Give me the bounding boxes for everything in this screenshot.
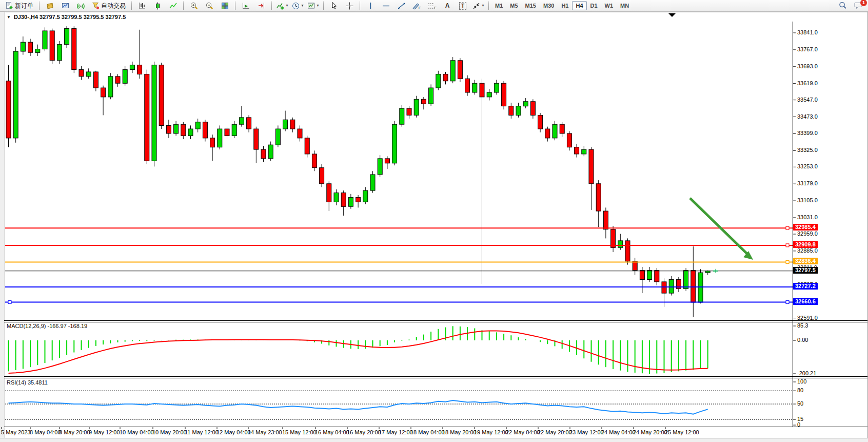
auto-scroll-button[interactable]	[238, 0, 253, 12]
chart-shift-button[interactable]	[253, 0, 269, 12]
zoom-in-button[interactable]	[186, 0, 202, 12]
timeframe-h1-button[interactable]: H1	[558, 1, 572, 10]
bull-candle	[553, 124, 557, 138]
bear-candle	[465, 79, 470, 92]
cursor-button[interactable]	[326, 0, 342, 12]
fibonacci-button[interactable]: F	[424, 0, 440, 12]
candlestick-chart-button[interactable]	[150, 0, 165, 12]
timeframe-h4-button[interactable]: H4	[572, 1, 586, 10]
bear-candle	[137, 65, 142, 74]
market-watch-button[interactable]	[42, 0, 57, 12]
timeframe-m5-button[interactable]: M5	[506, 1, 521, 10]
toolbar-separator	[271, 2, 272, 10]
vertical-line-button[interactable]	[363, 0, 378, 12]
line-handle[interactable]	[786, 260, 789, 263]
line-handle[interactable]	[786, 226, 789, 229]
add-indicator-button[interactable]: ▾	[274, 0, 290, 12]
chart-title: ▼ DJ30-,H4 32797.5 32799.5 32795.5 32797…	[7, 14, 126, 20]
trendline-button[interactable]	[393, 0, 409, 12]
autotrading-button[interactable]: 自动交易	[88, 0, 129, 12]
bear-candle	[530, 102, 535, 116]
bull-candle	[363, 190, 368, 202]
chart-menu-arrow-icon[interactable]: ▼	[7, 15, 11, 20]
label-tool-label: T	[459, 2, 466, 10]
chevron-down-icon[interactable]: ▾	[286, 4, 288, 8]
notifications-button[interactable]: 1	[851, 0, 866, 12]
timeframe-m15-button[interactable]: M15	[522, 1, 540, 10]
data-window-button[interactable]	[57, 0, 73, 12]
horizontal-line-button[interactable]	[378, 0, 393, 12]
zoom-out-button[interactable]	[202, 0, 217, 12]
zoom-out-icon	[205, 2, 214, 10]
channel-sub-label: E	[419, 6, 421, 10]
text-tool-button[interactable]: A	[440, 0, 455, 12]
bull-candle	[43, 31, 47, 49]
line-handle[interactable]	[786, 301, 789, 304]
bull-candle	[232, 124, 236, 136]
bear-candle	[115, 76, 120, 83]
vertical-line-icon	[366, 2, 375, 10]
template-button[interactable]: ▾	[305, 0, 321, 12]
crosshair-button[interactable]	[342, 0, 357, 12]
signals-button[interactable]	[73, 0, 88, 12]
bear-candle	[603, 211, 608, 229]
label-tool-button[interactable]: T	[455, 0, 470, 12]
timeframe-mn-button[interactable]: MN	[617, 1, 633, 10]
bear-candle	[356, 197, 361, 202]
text-tool-label: A	[445, 2, 450, 9]
bear-candle	[290, 120, 295, 129]
bull-candle	[647, 271, 652, 280]
timeframe-m1-button[interactable]: M1	[491, 1, 506, 10]
chevron-down-icon[interactable]: ▾	[317, 4, 319, 8]
bear-candle	[341, 193, 346, 207]
line-chart-button[interactable]	[165, 0, 181, 12]
bull-candle	[65, 29, 69, 45]
search-icon	[838, 1, 847, 10]
bear-candle	[560, 124, 564, 133]
bear-candle	[93, 72, 98, 88]
new-order-button[interactable]: 新订单	[2, 0, 36, 12]
search-button[interactable]	[835, 0, 851, 12]
bar-chart-button[interactable]	[134, 0, 150, 12]
trendline-icon	[397, 2, 406, 10]
bear-candle	[6, 81, 11, 138]
chart-canvas[interactable]	[0, 0, 868, 442]
tile-windows-button[interactable]	[217, 0, 232, 12]
bear-candle	[691, 271, 696, 302]
bull-candle	[239, 118, 244, 124]
toolbar-separator	[131, 2, 132, 10]
bear-candle	[509, 106, 514, 116]
channel-button[interactable]: E	[409, 0, 424, 12]
clock-icon	[291, 2, 300, 10]
toolbar-separator	[235, 2, 235, 10]
bear-candle	[575, 147, 579, 154]
timeframe-m30-button[interactable]: M30	[540, 1, 558, 10]
bull-candle	[130, 65, 134, 70]
timeframe-d1-button[interactable]: D1	[587, 1, 601, 10]
bear-candle	[538, 115, 543, 129]
bear-candle	[254, 129, 259, 149]
period-menu-button[interactable]: ▾	[290, 0, 305, 12]
toolbar-separator	[360, 2, 360, 10]
chart-shift-marker-icon[interactable]	[668, 13, 676, 17]
chart-title-text: DJ30-,H4 32797.5 32799.5 32795.5 32797.5	[14, 14, 126, 20]
bear-candle	[312, 154, 317, 168]
bull-candle	[494, 83, 499, 92]
bull-candle	[275, 129, 280, 145]
timeframe-w1-button[interactable]: W1	[601, 1, 617, 10]
new-order-label: 新订单	[15, 2, 33, 10]
shapes-button[interactable]: ▾	[470, 0, 486, 12]
bull-candle	[57, 45, 62, 61]
line-handle[interactable]	[786, 244, 789, 247]
bear-candle	[567, 133, 571, 147]
bull-candle	[348, 197, 353, 206]
bull-candle	[283, 120, 288, 129]
rsi-indicator-label: RSI(14) 35.4811	[7, 379, 48, 386]
chevron-down-icon[interactable]: ▾	[482, 4, 484, 8]
line-handle[interactable]	[8, 301, 11, 304]
chevron-down-icon[interactable]: ▾	[301, 4, 303, 8]
bull-candle	[516, 106, 521, 116]
bull-candle	[523, 102, 528, 106]
bull-candle	[334, 193, 339, 202]
bear-candle	[327, 184, 331, 202]
